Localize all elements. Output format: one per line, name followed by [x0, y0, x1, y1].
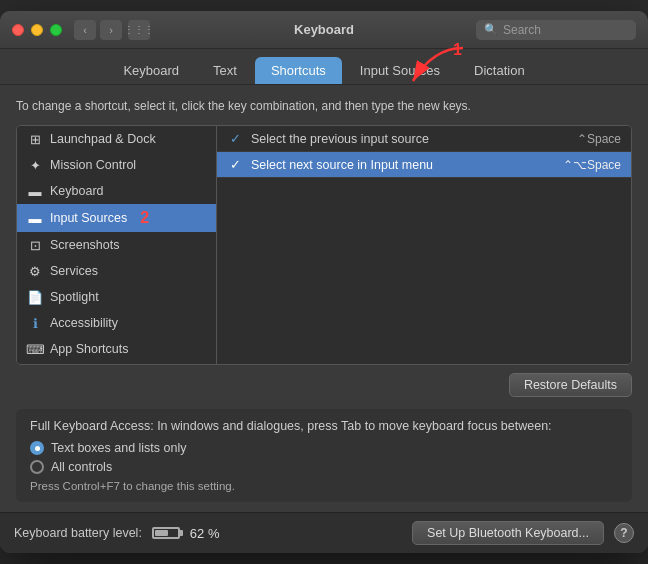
sidebar-label-launchpad: Launchpad & Dock: [50, 132, 156, 146]
keyboard-access-hint: Press Control+F7 to change this setting.: [30, 480, 618, 492]
search-container: 🔍: [476, 20, 636, 40]
search-icon: 🔍: [484, 23, 498, 36]
tab-keyboard[interactable]: Keyboard: [107, 57, 195, 84]
sidebar-label-screenshots: Screenshots: [50, 238, 119, 252]
back-button[interactable]: ‹: [74, 20, 96, 40]
accessibility-icon: ℹ: [27, 315, 43, 331]
shortcut-key-0: ⌃Space: [577, 132, 621, 146]
radio-all-controls-label: All controls: [51, 460, 112, 474]
screenshots-icon: ⊡: [27, 237, 43, 253]
keyboard-access-section: Full Keyboard Access: In windows and dia…: [16, 409, 632, 502]
sidebar-item-app-shortcuts[interactable]: ⌨ App Shortcuts: [17, 336, 216, 362]
input-sources-icon: ▬: [27, 210, 43, 226]
grid-button[interactable]: ⋮⋮⋮: [128, 20, 150, 40]
main-window: ‹ › ⋮⋮⋮ Keyboard 🔍 Keyboard Text Shortcu…: [0, 11, 648, 553]
battery-percent: 62 %: [190, 526, 220, 541]
radio-all-controls-circle[interactable]: [30, 460, 44, 474]
window-title: Keyboard: [294, 22, 354, 37]
bottom-row: Restore Defaults: [16, 365, 632, 405]
badge-2-label: 2: [140, 209, 149, 227]
keyboard-access-title: Full Keyboard Access: In windows and dia…: [30, 419, 618, 433]
shortcut-row-0[interactable]: ✓ Select the previous input source ⌃Spac…: [217, 126, 631, 152]
shortcut-key-1: ⌃⌥Space: [563, 158, 621, 172]
sidebar-label-keyboard: Keyboard: [50, 184, 104, 198]
radio-text-boxes-circle[interactable]: [30, 441, 44, 455]
radio-text-boxes-label: Text boxes and lists only: [51, 441, 187, 455]
sidebar-label-services: Services: [50, 264, 98, 278]
check-icon-0: ✓: [227, 131, 243, 146]
restore-defaults-button[interactable]: Restore Defaults: [509, 373, 632, 397]
keyboard-icon: ▬: [27, 183, 43, 199]
battery-body: [152, 527, 180, 539]
sidebar-label-app-shortcuts: App Shortcuts: [50, 342, 129, 356]
sidebar-label-accessibility: Accessibility: [50, 316, 118, 330]
tab-dictation[interactable]: Dictation: [458, 57, 541, 84]
spotlight-icon: 📄: [27, 289, 43, 305]
sidebar-item-mission-control[interactable]: ✦ Mission Control: [17, 152, 216, 178]
forward-button[interactable]: ›: [100, 20, 122, 40]
instruction-text: To change a shortcut, select it, click t…: [16, 99, 632, 113]
app-shortcuts-icon: ⌨: [27, 341, 43, 357]
sidebar-label-input-sources: Input Sources: [50, 211, 127, 225]
battery-icon: [152, 527, 180, 539]
sidebar-item-accessibility[interactable]: ℹ Accessibility: [17, 310, 216, 336]
radio-text-boxes[interactable]: Text boxes and lists only: [30, 441, 618, 455]
battery-fill: [155, 530, 169, 536]
sidebar-item-input-sources[interactable]: ▬ Input Sources 2: [17, 204, 216, 232]
sidebar-item-keyboard[interactable]: ▬ Keyboard: [17, 178, 216, 204]
radio-all-controls[interactable]: All controls: [30, 460, 618, 474]
traffic-lights: [12, 24, 62, 36]
shortcut-label-1: Select next source in Input menu: [251, 158, 555, 172]
battery-label: Keyboard battery level:: [14, 526, 142, 540]
check-icon-1: ✓: [227, 157, 243, 172]
search-input[interactable]: [503, 23, 628, 37]
sidebar: ⊞ Launchpad & Dock ✦ Mission Control ▬ K…: [17, 126, 217, 364]
sidebar-item-services[interactable]: ⚙ Services: [17, 258, 216, 284]
minimize-button[interactable]: [31, 24, 43, 36]
sidebar-label-mission-control: Mission Control: [50, 158, 136, 172]
mission-control-icon: ✦: [27, 157, 43, 173]
sidebar-item-spotlight[interactable]: 📄 Spotlight: [17, 284, 216, 310]
help-button[interactable]: ?: [614, 523, 634, 543]
launchpad-icon: ⊞: [27, 131, 43, 147]
tabs-bar: Keyboard Text Shortcuts Input Sources Di…: [0, 49, 648, 85]
sidebar-item-launchpad[interactable]: ⊞ Launchpad & Dock: [17, 126, 216, 152]
tab-text[interactable]: Text: [197, 57, 253, 84]
tab-input-sources[interactable]: Input Sources: [344, 57, 456, 84]
main-panel: ⊞ Launchpad & Dock ✦ Mission Control ▬ K…: [16, 125, 632, 365]
maximize-button[interactable]: [50, 24, 62, 36]
close-button[interactable]: [12, 24, 24, 36]
services-icon: ⚙: [27, 263, 43, 279]
shortcut-label-0: Select the previous input source: [251, 132, 569, 146]
set-bluetooth-button[interactable]: Set Up Bluetooth Keyboard...: [412, 521, 604, 545]
statusbar: Keyboard battery level: 62 % Set Up Blue…: [0, 512, 648, 553]
content-area: To change a shortcut, select it, click t…: [0, 85, 648, 512]
titlebar: ‹ › ⋮⋮⋮ Keyboard 🔍: [0, 11, 648, 49]
shortcut-row-1[interactable]: ✓ Select next source in Input menu ⌃⌥Spa…: [217, 152, 631, 178]
sidebar-item-screenshots[interactable]: ⊡ Screenshots: [17, 232, 216, 258]
sidebar-label-spotlight: Spotlight: [50, 290, 99, 304]
tab-shortcuts[interactable]: Shortcuts: [255, 57, 342, 84]
shortcut-panel: ✓ Select the previous input source ⌃Spac…: [217, 126, 631, 364]
nav-buttons: ‹ ›: [74, 20, 122, 40]
